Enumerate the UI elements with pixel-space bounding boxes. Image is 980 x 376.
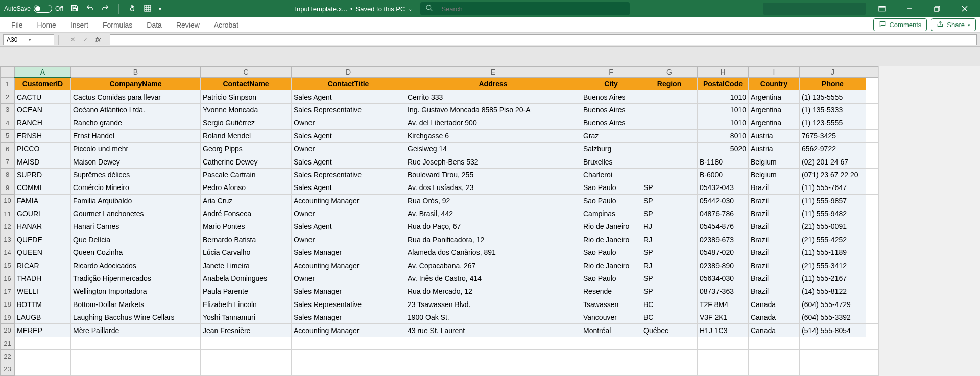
cell[interactable]: Cactus Comidas para llevar: [71, 90, 201, 103]
search-box[interactable]: [420, 2, 630, 15]
cell[interactable]: Aria Cruz: [201, 194, 292, 207]
cell[interactable]: CACTU: [15, 90, 71, 103]
touch-mode-icon[interactable]: [128, 4, 136, 14]
cell[interactable]: [866, 194, 878, 207]
cell[interactable]: [866, 233, 878, 246]
formula-input[interactable]: [110, 34, 977, 45]
cell[interactable]: Cerrito 333: [405, 90, 581, 103]
cell[interactable]: (1) 135-5333: [800, 103, 866, 116]
table-header-cell[interactable]: Country: [749, 78, 800, 90]
row-header[interactable]: 1: [1, 78, 15, 90]
cell[interactable]: (11) 555-9482: [800, 207, 866, 220]
cell[interactable]: [800, 363, 866, 375]
table-header-cell[interactable]: City: [581, 78, 641, 90]
cell[interactable]: [866, 363, 878, 375]
close-button[interactable]: [953, 0, 976, 17]
cell[interactable]: 23 Tsawassen Blvd.: [405, 298, 581, 311]
cell[interactable]: [866, 337, 878, 349]
cell[interactable]: [866, 129, 878, 142]
name-box[interactable]: A30 ▾: [3, 34, 54, 45]
cell[interactable]: 05634-030: [698, 272, 749, 285]
cell[interactable]: Suprêmes délices: [71, 168, 201, 181]
cell[interactable]: Sales Agent: [292, 129, 405, 142]
table-header-cell[interactable]: Region: [641, 78, 698, 90]
cell[interactable]: SP: [641, 194, 698, 207]
cell[interactable]: [641, 103, 698, 116]
cell[interactable]: Patricio Simpson: [201, 90, 292, 103]
cell[interactable]: [71, 363, 201, 375]
cell[interactable]: [71, 337, 201, 349]
row-header[interactable]: 18: [1, 298, 15, 311]
cell[interactable]: WELLI: [15, 285, 71, 298]
cell[interactable]: Accounting Manager: [292, 324, 405, 337]
cell[interactable]: Rue Joseph-Bens 532: [405, 155, 581, 168]
cell[interactable]: Sales Agent: [292, 181, 405, 194]
autosave-switch-icon[interactable]: [34, 5, 52, 13]
cell[interactable]: Buenos Aires: [581, 90, 641, 103]
cell[interactable]: (14) 555-8122: [800, 285, 866, 298]
cell[interactable]: [201, 337, 292, 349]
row-header[interactable]: 17: [1, 285, 15, 298]
cell[interactable]: Rua da Panificadora, 12: [405, 233, 581, 246]
cell[interactable]: SP: [641, 285, 698, 298]
col-header[interactable]: J: [800, 67, 866, 78]
cell[interactable]: Mario Pontes: [201, 220, 292, 233]
cell[interactable]: Québec: [641, 324, 698, 337]
cell[interactable]: [641, 155, 698, 168]
cell[interactable]: (604) 555-3392: [800, 311, 866, 324]
cell[interactable]: [15, 350, 71, 363]
cell[interactable]: B-6000: [698, 168, 749, 181]
cell[interactable]: RICAR: [15, 259, 71, 272]
cell[interactable]: Alameda dos Canàrios, 891: [405, 246, 581, 259]
cell[interactable]: (11) 555-1189: [800, 246, 866, 259]
cell[interactable]: Pascale Cartrain: [201, 168, 292, 181]
row-header[interactable]: 6: [1, 142, 15, 155]
autosave-toggle[interactable]: AutoSave Off: [4, 5, 63, 13]
cell[interactable]: [866, 350, 878, 363]
cell[interactable]: Comércio Mineiro: [71, 181, 201, 194]
cell[interactable]: Austria: [749, 142, 800, 155]
cell[interactable]: Maison Dewey: [71, 155, 201, 168]
row-header[interactable]: 14: [1, 246, 15, 259]
cell[interactable]: Brazil: [749, 220, 800, 233]
enter-icon[interactable]: ✓: [83, 36, 88, 43]
row-header[interactable]: 16: [1, 272, 15, 285]
cell[interactable]: Vancouver: [581, 311, 641, 324]
table-header-cell[interactable]: CompanyName: [71, 78, 201, 90]
tab-data[interactable]: Data: [139, 17, 169, 33]
cell[interactable]: [866, 220, 878, 233]
cell[interactable]: [405, 350, 581, 363]
cell[interactable]: [641, 90, 698, 103]
cell[interactable]: [641, 337, 698, 349]
cell[interactable]: [698, 350, 749, 363]
cell[interactable]: [641, 363, 698, 375]
cell[interactable]: Ernst Handel: [71, 129, 201, 142]
cell[interactable]: Sao Paulo: [581, 246, 641, 259]
cell[interactable]: (11) 555-7647: [800, 181, 866, 194]
cell[interactable]: Belgium: [749, 155, 800, 168]
cell[interactable]: [405, 363, 581, 375]
cell[interactable]: Av. del Libertador 900: [405, 116, 581, 129]
cell[interactable]: [866, 324, 878, 337]
cell[interactable]: Ricardo Adocicados: [71, 259, 201, 272]
table-header-cell[interactable]: Address: [405, 78, 581, 90]
cell[interactable]: (21) 555-4252: [800, 233, 866, 246]
cell[interactable]: Gourmet Lanchonetes: [71, 207, 201, 220]
cell[interactable]: Kirchgasse 6: [405, 129, 581, 142]
cell[interactable]: Canada: [749, 324, 800, 337]
redo-icon[interactable]: [101, 4, 109, 14]
col-header[interactable]: H: [698, 67, 749, 78]
cell[interactable]: 05432-043: [698, 181, 749, 194]
cell[interactable]: Accounting Manager: [292, 259, 405, 272]
table-header-cell[interactable]: ContactName: [201, 78, 292, 90]
cell[interactable]: OCEAN: [15, 103, 71, 116]
ribbon-display-icon[interactable]: [871, 0, 893, 17]
row-header[interactable]: 7: [1, 155, 15, 168]
row-header[interactable]: 20: [1, 324, 15, 337]
cell[interactable]: Sales Representative: [292, 168, 405, 181]
search-input[interactable]: [441, 5, 625, 13]
tab-review[interactable]: Review: [169, 17, 207, 33]
cell[interactable]: SP: [641, 207, 698, 220]
cell[interactable]: LAUGB: [15, 311, 71, 324]
fx-icon[interactable]: fx: [95, 36, 101, 43]
